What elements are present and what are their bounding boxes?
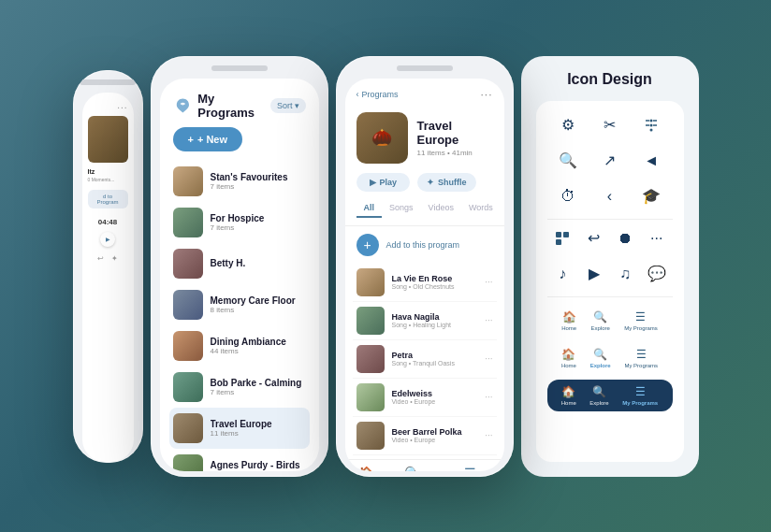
icon-panel-title: Icon Design (536, 71, 684, 88)
list-item[interactable]: Betty H. (169, 243, 310, 284)
track-options-icon[interactable]: ··· (485, 353, 492, 364)
item-thumbnail (173, 372, 203, 402)
phone-left-partial: ... ltz 0 Moments... d to Program 04:48 … (73, 70, 143, 463)
item-name: Stan's Favourites (211, 172, 306, 182)
item-name: Betty H. (211, 258, 306, 268)
volume-off-icon: ◄ (638, 148, 664, 174)
item-name: For Hospice (211, 213, 306, 223)
options-button[interactable]: ··· (480, 88, 492, 101)
nav-programs-label: My Programs (622, 400, 658, 406)
phone1-play-btn[interactable]: ▶ (100, 232, 115, 247)
phone1-add-btn[interactable]: d to Program (88, 190, 128, 208)
tab-songs[interactable]: Songs (382, 201, 421, 218)
tab-all[interactable]: All (356, 201, 383, 218)
item-thumbnail (173, 454, 203, 471)
play-button[interactable]: ▶ Play (356, 173, 411, 192)
list-item[interactable]: Agnes Purdy - Birds 39 items (169, 449, 310, 471)
item-count: 11 items (211, 429, 306, 438)
phone1-title: ltz (88, 168, 128, 175)
nav-my-programs[interactable]: ☰ My Programs (449, 466, 490, 471)
add-to-program-row[interactable]: + Add to this program (345, 226, 504, 264)
phones-container: ... ltz 0 Moments... d to Program 04:48 … (54, 37, 718, 496)
nav-states: 🏠 Home 🔍 Explore ☰ My Programs 🏠 (547, 305, 673, 411)
nav-programs-state: ☰ My Programs (624, 348, 658, 368)
nav-state-default: 🏠 Home 🔍 Explore ☰ My Programs (547, 305, 673, 337)
sort-button[interactable]: Sort ▾ (270, 98, 306, 113)
nav-explore-state: 🔍 Explore (590, 310, 609, 331)
item-thumbnail (173, 413, 203, 443)
list-item[interactable]: Memory Care Floor 8 items (169, 284, 310, 325)
item-count: 39 items (211, 470, 306, 471)
music-video-icon: ♫ (612, 261, 638, 287)
phone-my-programs: My Programs Sort ▾ + + New Stan's Favour… (151, 56, 328, 477)
list-item[interactable]: Dining Ambiance 44 items (169, 325, 310, 367)
nav-home-state: 🏠 Home (561, 385, 576, 406)
track-options-icon[interactable]: ··· (485, 430, 492, 440)
track-item[interactable]: La Vie En Rose Song • Old Chestnuts ··· (353, 264, 497, 302)
track-item[interactable]: Edelweiss Video • Europe ··· (353, 379, 497, 417)
track-thumbnail (356, 383, 385, 411)
home-icon: 🏠 (358, 466, 374, 471)
programs-icon: ☰ (635, 310, 646, 324)
svg-rect-7 (556, 232, 561, 237)
phone1-icon1: ↩ (97, 254, 104, 263)
item-count: 44 items (211, 347, 306, 355)
nav-home-state: 🏠 Home (561, 310, 576, 331)
clock-icon: ⏱ (555, 183, 581, 209)
new-program-button[interactable]: + + New (173, 127, 243, 151)
sort-chevron-icon: ▾ (295, 101, 299, 110)
track-options-icon[interactable]: ··· (485, 392, 492, 402)
phone1-subtitle: 0 Moments... (88, 177, 128, 182)
nav-explore-label: Explore (589, 400, 608, 406)
programs-icon: ☰ (636, 348, 647, 361)
track-item[interactable]: Hava Nagila Song • Healing Light ··· (353, 302, 497, 340)
search-icon: 🔍 (555, 148, 581, 174)
nav-home-label: Home (561, 325, 576, 331)
tab-words[interactable]: Words (461, 201, 501, 218)
track-thumbnail (356, 422, 385, 450)
chat-icon: 💬 (644, 261, 670, 287)
nav-home[interactable]: 🏠 Home (357, 466, 375, 471)
icon-design-panel: Icon Design ⚙ ✂ 🔍 ↗ ◄ ⏱ ‹ 🎓 (521, 56, 699, 477)
item-name: Agnes Purdy - Birds (211, 460, 306, 470)
list-item[interactable]: Travel Europe 11 items (169, 408, 310, 449)
track-item[interactable]: Beer Barrel Polka Video • Europe ··· (353, 417, 497, 455)
nav-programs-state-active: ☰ My Programs (622, 385, 658, 406)
track-list: La Vie En Rose Song • Old Chestnuts ··· … (345, 264, 504, 455)
list-item[interactable]: Stan's Favourites 7 items (169, 161, 310, 202)
item-thumbnail (173, 208, 203, 237)
phone1-dots: ... (88, 100, 128, 110)
icon-row-1: ⚙ ✂ (547, 112, 673, 138)
track-meta: Song • Old Chestnuts (392, 283, 478, 290)
nav-explore-label: Explore (590, 363, 611, 368)
phone1-album-art (88, 116, 128, 163)
add-circle-button[interactable]: + (356, 234, 379, 256)
track-options-icon[interactable]: ··· (485, 315, 492, 325)
svg-rect-9 (556, 239, 561, 245)
track-meta: Song • Tranquil Oasis (392, 360, 478, 367)
divider (547, 296, 673, 297)
play-circle-icon: ▶ (581, 261, 607, 287)
item-thumbnail (173, 331, 203, 361)
track-options-icon[interactable]: ··· (485, 277, 492, 287)
nav-home-label: Home (561, 363, 576, 368)
plus-icon: + (188, 134, 194, 145)
nav-explore[interactable]: 🔍 Explore (401, 466, 424, 471)
home-icon: 🏠 (561, 385, 575, 398)
back-button[interactable]: ‹ Programs (356, 90, 399, 99)
home-icon: 🏠 (562, 310, 576, 324)
phone2-header: My Programs Sort ▾ (160, 79, 319, 127)
nav-state-explore-active: 🏠 Home 🔍 Explore ☰ My Programs (547, 342, 673, 374)
replay-icon: ↩ (581, 225, 607, 252)
shuffle-button[interactable]: ✦ Shuffle (417, 173, 476, 192)
explore-icon: 🔍 (593, 310, 607, 324)
list-item[interactable]: Bob Parke - Calming 7 items (169, 367, 310, 408)
track-item[interactable]: Petra Song • Tranquil Oasis ··· (353, 340, 497, 379)
tab-videos[interactable]: Videos (421, 201, 461, 218)
item-count: 7 items (211, 223, 306, 232)
action-buttons: ▶ Play ✦ Shuffle (345, 173, 504, 201)
list-item[interactable]: For Hospice 7 items (169, 202, 310, 243)
track-name: Beer Barrel Polka (392, 427, 478, 437)
track-name: Petra (392, 351, 478, 360)
explore-icon: 🔍 (592, 385, 606, 398)
